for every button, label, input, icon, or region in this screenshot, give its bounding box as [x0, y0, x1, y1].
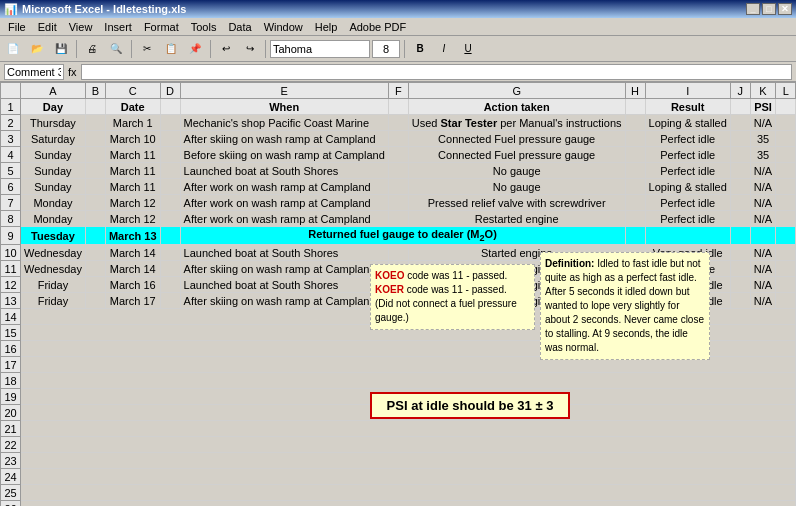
cell-f3[interactable] — [388, 131, 408, 147]
cell-g5[interactable]: No gauge — [408, 163, 625, 179]
cell-a8[interactable]: Monday — [21, 211, 86, 227]
cell-c7[interactable]: March 12 — [105, 195, 160, 211]
cell-b3[interactable] — [85, 131, 105, 147]
menu-edit[interactable]: Edit — [34, 20, 61, 34]
cell-e6[interactable]: After work on wash ramp at Campland — [180, 179, 388, 195]
cell-e11[interactable]: After skiing on wash ramp at Campland — [180, 261, 388, 277]
col-header-d[interactable]: D — [160, 83, 180, 99]
cell-b2[interactable] — [85, 115, 105, 131]
menu-tools[interactable]: Tools — [187, 20, 221, 34]
row-header-1[interactable]: 1 — [1, 99, 21, 115]
col-header-e[interactable]: E — [180, 83, 388, 99]
cell-a6[interactable]: Sunday — [21, 179, 86, 195]
cell-c6[interactable]: March 11 — [105, 179, 160, 195]
row-header-8[interactable]: 8 — [1, 211, 21, 227]
col-header-b[interactable]: B — [85, 83, 105, 99]
cell-e1[interactable]: When — [180, 99, 388, 115]
cell-k6[interactable]: N/A — [750, 179, 775, 195]
cell-k7[interactable]: N/A — [750, 195, 775, 211]
row-header-17[interactable]: 17 — [1, 357, 21, 373]
col-header-j[interactable]: J — [730, 83, 750, 99]
cell-g8[interactable]: Restarted engine — [408, 211, 625, 227]
cell-d11[interactable] — [160, 261, 180, 277]
cell-h5[interactable] — [625, 163, 645, 179]
cell-j6[interactable] — [730, 179, 750, 195]
row-header-22[interactable]: 22 — [1, 437, 21, 453]
cell-d4[interactable] — [160, 147, 180, 163]
row-header-20[interactable]: 20 — [1, 405, 21, 421]
copy-button[interactable]: 📋 — [160, 39, 182, 59]
cell-a10[interactable]: Wednesday — [21, 245, 86, 261]
cut-button[interactable]: ✂ — [136, 39, 158, 59]
col-header-c[interactable]: C — [105, 83, 160, 99]
cell-b5[interactable] — [85, 163, 105, 179]
cell-b8[interactable] — [85, 211, 105, 227]
cell-b6[interactable] — [85, 179, 105, 195]
cell-f1[interactable] — [388, 99, 408, 115]
menu-window[interactable]: Window — [260, 20, 307, 34]
cell-e9[interactable]: Returned fuel gauge to dealer (M2O) — [180, 227, 625, 245]
cell-c8[interactable]: March 12 — [105, 211, 160, 227]
cell-g2[interactable]: Used Star Tester per Manual's instructio… — [408, 115, 625, 131]
col-header-i[interactable]: I — [645, 83, 730, 99]
col-header-a[interactable]: A — [21, 83, 86, 99]
cell-d2[interactable] — [160, 115, 180, 131]
cell-b10[interactable] — [85, 245, 105, 261]
cell-a2[interactable]: Thursday — [21, 115, 86, 131]
open-button[interactable]: 📂 — [26, 39, 48, 59]
cell-k5[interactable]: N/A — [750, 163, 775, 179]
cell-i3[interactable]: Perfect idle — [645, 131, 730, 147]
cell-j10[interactable] — [730, 245, 750, 261]
font-name-input[interactable] — [270, 40, 370, 58]
cell-f5[interactable] — [388, 163, 408, 179]
menu-insert[interactable]: Insert — [100, 20, 136, 34]
cell-h7[interactable] — [625, 195, 645, 211]
sheet-area[interactable]: A B C D E F G H I J K L 1 Day — [0, 82, 796, 506]
cell-l1[interactable] — [776, 99, 796, 115]
cell-k1[interactable]: PSI — [750, 99, 775, 115]
row-header-25[interactable]: 25 — [1, 485, 21, 501]
cell-d6[interactable] — [160, 179, 180, 195]
row-header-26[interactable]: 26 — [1, 501, 21, 506]
cell-f2[interactable] — [388, 115, 408, 131]
cell-g4[interactable]: Connected Fuel pressure gauge — [408, 147, 625, 163]
cell-j8[interactable] — [730, 211, 750, 227]
cell-c11[interactable]: March 14 — [105, 261, 160, 277]
cell-h8[interactable] — [625, 211, 645, 227]
cell-c9[interactable]: March 13 — [105, 227, 160, 245]
maximize-button[interactable]: □ — [762, 3, 776, 15]
formula-input[interactable] — [81, 64, 792, 80]
cell-e3[interactable]: After skiing on wash ramp at Campland — [180, 131, 388, 147]
cell-h9[interactable] — [625, 227, 645, 245]
cell-j11[interactable] — [730, 261, 750, 277]
cell-l3[interactable] — [776, 131, 796, 147]
cell-h2[interactable] — [625, 115, 645, 131]
row-header-21[interactable]: 21 — [1, 421, 21, 437]
row-header-10[interactable]: 10 — [1, 245, 21, 261]
menu-data[interactable]: Data — [224, 20, 255, 34]
cell-k8[interactable]: N/A — [750, 211, 775, 227]
row-header-11[interactable]: 11 — [1, 261, 21, 277]
cell-e10[interactable]: Launched boat at South Shores — [180, 245, 388, 261]
cell-k9[interactable] — [750, 227, 775, 245]
cell-g7[interactable]: Pressed relief valve with screwdriver — [408, 195, 625, 211]
cell-j7[interactable] — [730, 195, 750, 211]
cell-d1[interactable] — [160, 99, 180, 115]
cell-e13[interactable]: After skiing on wash ramp at Campland — [180, 293, 388, 309]
row-header-18[interactable]: 18 — [1, 373, 21, 389]
cell-a12[interactable]: Friday — [21, 277, 86, 293]
cell-g6[interactable]: No gauge — [408, 179, 625, 195]
cell-l10[interactable] — [776, 245, 796, 261]
cell-f6[interactable] — [388, 179, 408, 195]
new-button[interactable]: 📄 — [2, 39, 24, 59]
row-header-4[interactable]: 4 — [1, 147, 21, 163]
cell-g3[interactable]: Connected Fuel pressure gauge — [408, 131, 625, 147]
row-header-3[interactable]: 3 — [1, 131, 21, 147]
cell-b11[interactable] — [85, 261, 105, 277]
row-header-15[interactable]: 15 — [1, 325, 21, 341]
row-header-14[interactable]: 14 — [1, 309, 21, 325]
cell-h6[interactable] — [625, 179, 645, 195]
bold-button[interactable]: B — [409, 39, 431, 59]
cell-i7[interactable]: Perfect idle — [645, 195, 730, 211]
cell-a5[interactable]: Sunday — [21, 163, 86, 179]
